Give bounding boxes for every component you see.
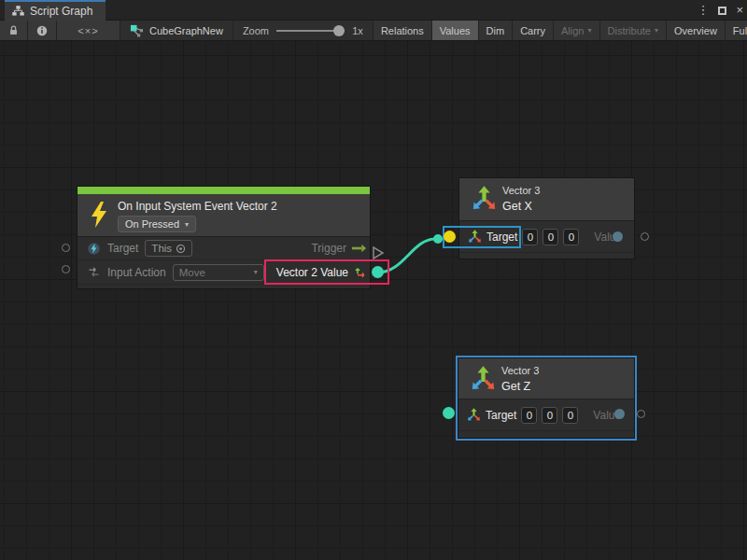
button-label: Dim [486,25,505,36]
chevron-down-icon: ▾ [254,268,258,276]
info-icon [35,24,49,37]
chevron-down-icon: ▾ [655,26,658,35]
toolbar-button-carry[interactable]: Carry [513,21,554,40]
graph-asset-selector[interactable]: CubeGraphNew [120,21,233,40]
button-label: Overview [674,25,717,36]
toolbar-button-values[interactable]: Values [432,21,479,40]
vector2-value-output-port[interactable] [372,266,384,278]
get-x-header[interactable]: Vector 3 Get X [459,178,634,221]
vector-z-input[interactable]: 0 [563,229,579,245]
vector-y-input[interactable]: 0 [543,229,558,245]
lightning-bolt-icon [89,201,109,229]
graph-asset-name: CubeGraphNew [149,25,223,36]
zoom-control: Zoom 1x [233,21,374,40]
script-graph-window: Script Graph ⋮ × <×> [0,0,747,560]
get-x-type-label: Vector 3 [502,185,540,196]
info-button[interactable] [28,21,57,40]
get-x-footer [459,252,634,259]
dropdown-value: On Pressed [125,218,179,230]
get-x-value-port[interactable] [613,231,623,242]
button-label: Carry [520,25,545,36]
close-icon[interactable]: × [736,0,743,21]
button-label: Full Screen [733,25,747,36]
event-node-green-strip [78,187,370,194]
get-z-value-port[interactable] [614,409,625,419]
input-action-icon [87,265,101,279]
get-z-outer-port[interactable] [637,410,645,418]
code-icon: <×> [78,25,98,36]
button-label: Distribute [608,25,651,36]
event-node-title: On Input System Event Vector 2 [118,200,277,213]
trigger-label: Trigger [311,242,346,255]
tab-title: Script Graph [30,5,92,18]
get-x-name-label: Get X [502,200,532,213]
button-label: Align [561,25,584,36]
zoom-label: Zoom [243,25,269,36]
toolbar-button-distribute[interactable]: Distribute ▾ [600,21,667,40]
zoom-slider-handle[interactable] [333,25,345,36]
target-label: Target [107,242,138,255]
input-action-label: Input Action [107,266,166,279]
get-z-selection-outline [456,356,637,441]
graph-hierarchy-icon [11,5,25,19]
chevron-down-icon: ▾ [587,26,591,35]
tab-script-graph[interactable]: Script Graph [5,0,106,21]
toolbar-button-overview[interactable]: Overview [667,21,726,40]
trigger-arrow-icon [351,243,367,254]
event-mode-dropdown[interactable]: On Pressed ▾ [118,216,196,232]
zoom-slider[interactable] [276,25,345,36]
event-target-row: Target This Trigger [78,237,370,260]
event-node-footer [78,284,370,290]
input-action-dropdown[interactable]: Move ▾ [173,264,264,281]
this-value: This [151,243,172,254]
event-node-header[interactable]: On Input System Event Vector 2 On Presse… [78,194,370,237]
lock-button[interactable] [0,21,28,40]
zoom-level: 1x [352,25,363,36]
toolbar-button-align[interactable]: Align ▾ [554,21,599,40]
get-x-target-port[interactable] [444,231,456,243]
dropdown-value: Move [179,267,205,278]
button-label: Relations [381,25,424,36]
get-x-outer-port[interactable] [641,232,649,241]
event-action-input-port[interactable] [62,265,70,273]
chevron-down-icon: ▾ [185,220,189,229]
trigger-output: Trigger [311,237,367,259]
toolbar-button-relations[interactable]: Relations [374,21,432,40]
object-picker-icon[interactable] [176,244,186,254]
code-preview-button[interactable]: <×> [57,21,120,40]
toolbar-button-fullscreen[interactable]: Full Screen [726,21,747,40]
toolbar-button-dim[interactable]: Dim [479,21,514,40]
vector2-value-highlight-box [264,259,389,285]
get-z-target-port[interactable] [443,407,455,419]
trigger-output-port[interactable] [372,246,385,259]
graph-asset-icon [130,23,144,37]
maximize-icon[interactable] [718,7,726,15]
window-controls: ⋮ × [697,0,743,21]
vector3-icon [472,185,497,213]
tab-bar: Script Graph ⋮ × [0,0,747,21]
wire-endpoint-dot[interactable] [433,234,443,244]
button-label: Values [440,25,471,36]
toolbar: <×> CubeGraphNew Zoom 1x Relations Value… [0,21,747,41]
connection-wire [0,41,747,560]
event-target-icon [87,242,101,256]
event-target-input-port[interactable] [62,244,70,252]
graph-canvas[interactable]: On Input System Event Vector 2 On Presse… [0,41,747,560]
lock-icon [7,24,20,37]
more-menu-icon[interactable]: ⋮ [697,0,709,21]
vector-x-input[interactable]: 0 [522,229,538,245]
target-this-field[interactable]: This [145,240,192,257]
